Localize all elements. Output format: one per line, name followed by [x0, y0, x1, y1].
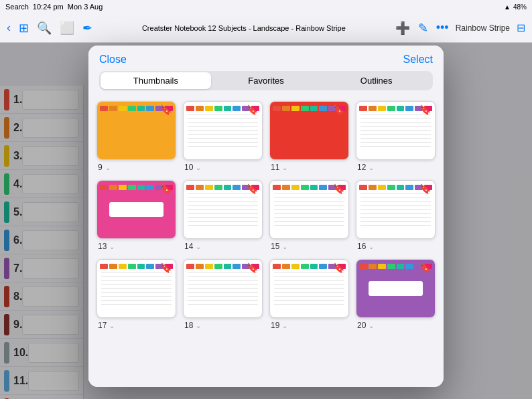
wifi-icon: ▲	[504, 3, 511, 11]
bookmark-icon-17: 🔖	[160, 262, 172, 273]
thumb-label-row-14: 14 ⌄	[183, 239, 263, 256]
document-title: Creatster Notebook 12 Subjects - Landsca…	[98, 24, 390, 32]
chevron-icon-9: ⌄	[105, 164, 111, 171]
thumb-label-19: 19	[271, 321, 279, 330]
date: Mon 3 Aug	[68, 3, 103, 11]
tab-thumbnails[interactable]: Thumbnails	[101, 72, 211, 89]
back-button[interactable]: ‹	[5, 19, 12, 36]
notebook-label-13	[109, 202, 164, 217]
status-right: ▲ 48%	[504, 3, 527, 11]
thumb-image-12[interactable]: 🔖	[356, 101, 436, 160]
thumb-cell-10[interactable]: 🔖 10 ⌄	[183, 101, 263, 177]
bookmark-icon-18: 🔖	[247, 262, 258, 273]
thumb-label-9: 9	[98, 163, 103, 172]
modal-overlay[interactable]: Close Select Thumbnails Favorites Outlin…	[0, 43, 532, 399]
thumb-label-row-17: 17 ⌄	[96, 318, 176, 335]
chevron-icon-19: ⌄	[282, 322, 287, 329]
sidebar-toggle-button[interactable]: ⊟	[515, 20, 527, 35]
thumb-image-20[interactable]: 🔖	[356, 259, 436, 318]
chevron-icon-18: ⌄	[196, 322, 201, 329]
status-left: Search 10:24 pm Mon 3 Aug	[5, 3, 103, 11]
thumb-cell-18[interactable]: 🔖 18 ⌄	[183, 259, 263, 335]
chevron-icon-10: ⌄	[196, 164, 201, 171]
main-toolbar: ‹ ⊞ 🔍 ⬜ ✒ Creatster Notebook 12 Subjects…	[0, 13, 532, 43]
thumb-image-19[interactable]: 🔖	[269, 259, 349, 318]
modal-header: Close Select	[88, 46, 444, 66]
thumb-label-row-10: 10 ⌄	[183, 160, 263, 177]
thumb-cell-19[interactable]: 🔖 19 ⌄	[269, 259, 349, 335]
thumb-cell-11[interactable]: 🔖 11 ⌄	[269, 101, 349, 177]
thumbnail-button[interactable]: ⬜	[58, 19, 76, 37]
chevron-icon-11: ⌄	[282, 164, 287, 171]
lined-content-16	[360, 193, 431, 233]
thumb-cell-9[interactable]: 🔖 9 ⌄	[96, 101, 176, 177]
thumb-cell-20[interactable]: 🔖 20 ⌄	[356, 259, 436, 335]
chevron-icon-14: ⌄	[196, 243, 201, 250]
search-label: Search	[5, 3, 29, 11]
tab-favorites[interactable]: Favorites	[211, 72, 322, 89]
thumb-label-17: 17	[98, 321, 107, 330]
lined-content-19	[274, 272, 344, 312]
grid-view-button[interactable]: ⊞	[17, 19, 30, 37]
thumb-label-row-20: 20 ⌄	[356, 318, 436, 335]
chevron-icon-20: ⌄	[369, 322, 374, 329]
thumb-image-18[interactable]: 🔖	[183, 259, 263, 318]
lined-content-10	[188, 114, 258, 154]
thumb-label-11: 11	[271, 163, 279, 172]
segmented-control: Thumbnails Favorites Outlines	[99, 71, 433, 90]
thumb-label-row-12: 12 ⌄	[356, 160, 436, 177]
chevron-icon-13: ⌄	[109, 243, 115, 250]
thumb-image-10[interactable]: 🔖	[183, 101, 263, 160]
thumb-cell-14[interactable]: 🔖 14 ⌄	[183, 180, 263, 256]
thumb-label-15: 15	[271, 242, 279, 251]
bookmark-icon-20: 🔖	[419, 262, 431, 273]
thumb-cell-15[interactable]: 🔖 15 ⌄	[269, 180, 349, 256]
thumb-label-16: 16	[357, 242, 366, 251]
thumb-cell-16[interactable]: 🔖 16 ⌄	[356, 180, 436, 256]
bookmark-icon-9: 🔖	[160, 104, 172, 115]
thumb-image-11[interactable]: 🔖	[269, 101, 349, 160]
toolbar-right: ➕ ✎ ••• Rainbow Stripe ⊟	[394, 19, 527, 37]
tab-outlines[interactable]: Outlines	[321, 72, 431, 89]
thumb-cell-17[interactable]: 🔖 17 ⌄	[96, 259, 176, 335]
share-button[interactable]: ✎	[417, 19, 429, 37]
battery: 48%	[513, 3, 527, 11]
bookmark-icon-19: 🔖	[333, 262, 344, 273]
thumb-image-13[interactable]: 🔖	[96, 180, 176, 239]
thumb-label-14: 14	[184, 242, 193, 251]
thumb-label-20: 20	[357, 321, 366, 330]
rainbow-stripe-label: Rainbow Stripe	[456, 23, 510, 33]
thumb-image-9[interactable]: 🔖	[96, 101, 176, 160]
thumb-cell-12[interactable]: 🔖 12 ⌄	[356, 101, 436, 177]
thumb-label-row-9: 9 ⌄	[96, 160, 176, 177]
grid-row-3: 🔖 17 ⌄	[96, 259, 436, 335]
thumb-label-row-13: 13 ⌄	[96, 239, 176, 256]
thumb-image-14[interactable]: 🔖	[183, 180, 263, 239]
thumb-image-15[interactable]: 🔖	[269, 180, 349, 239]
bookmark-icon-11: 🔖	[333, 104, 344, 115]
pen-button[interactable]: ✒	[81, 19, 94, 37]
search-button[interactable]: 🔍	[36, 19, 53, 37]
thumb-image-17[interactable]: 🔖	[96, 259, 176, 318]
select-button[interactable]: Select	[403, 54, 433, 66]
thumb-label-row-19: 19 ⌄	[269, 318, 349, 335]
thumb-label-row-15: 15 ⌄	[269, 239, 349, 256]
bookmark-icon-14: 🔖	[247, 183, 258, 194]
add-page-button[interactable]: ➕	[394, 19, 411, 37]
thumb-label-row-18: 18 ⌄	[183, 318, 263, 335]
chevron-icon-17: ⌄	[109, 322, 115, 329]
thumb-cell-13[interactable]: 🔖 13 ⌄	[96, 180, 176, 256]
thumbnail-modal: Close Select Thumbnails Favorites Outlin…	[88, 46, 444, 387]
thumb-label-12: 12	[357, 163, 366, 172]
bookmark-icon-15: 🔖	[333, 183, 344, 194]
more-button[interactable]: •••	[435, 19, 450, 36]
lined-content-18	[188, 272, 258, 312]
thumb-image-16[interactable]: 🔖	[356, 180, 436, 239]
close-button[interactable]: Close	[99, 54, 127, 66]
time: 10:24 pm	[33, 3, 64, 11]
toolbar-left: ‹ ⊞ 🔍 ⬜ ✒	[5, 19, 94, 37]
bookmark-icon-12: 🔖	[419, 104, 431, 115]
lined-content-15	[274, 193, 344, 233]
status-bar: Search 10:24 pm Mon 3 Aug ▲ 48%	[0, 0, 532, 13]
chevron-icon-15: ⌄	[282, 243, 287, 250]
